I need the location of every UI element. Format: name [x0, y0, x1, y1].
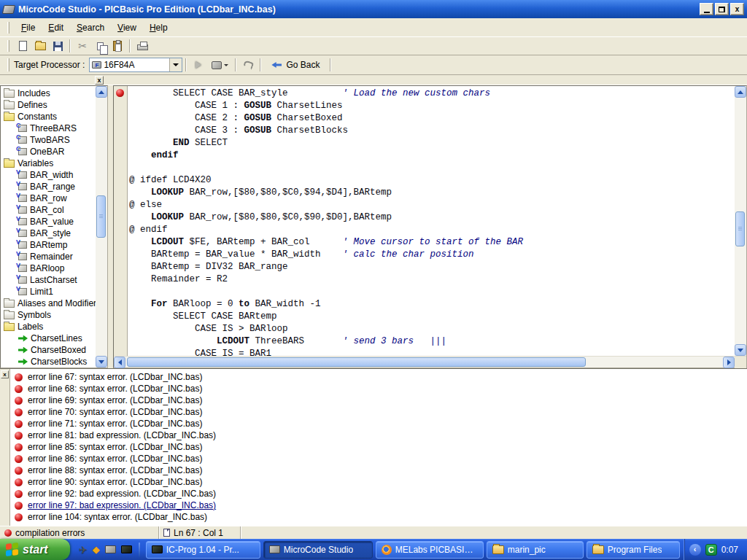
restore-button[interactable]: [715, 3, 729, 15]
toolbar-save-button[interactable]: [49, 38, 66, 54]
toolbar-new-button[interactable]: [14, 38, 31, 54]
minimize-button[interactable]: [700, 3, 713, 15]
error-row[interactable]: error line 97: bad expression. (LCDbar_I…: [15, 499, 747, 511]
scroll-up-button[interactable]: [735, 86, 746, 98]
error-row[interactable]: error line 90: syntax error. (LCDbar_INC…: [15, 476, 747, 488]
tree-item-bar-value[interactable]: BAR_value: [1, 216, 96, 228]
tree-item-bar-style[interactable]: BAR_style: [1, 228, 96, 239]
error-row[interactable]: error line 81: bad expression. (LCDbar_I…: [15, 429, 747, 441]
icd-button[interactable]: [239, 57, 257, 73]
tree-item-constants[interactable]: Constants: [1, 111, 96, 122]
tree-item-lastcharset[interactable]: LastCharset: [1, 274, 96, 286]
scroll-down-button[interactable]: [96, 356, 107, 368]
task-button-melabs-picbasic-[interactable]: MELabs PICBASIC...: [376, 541, 484, 559]
tree-item-aliases-and-modifiers[interactable]: Aliases and Modifiers: [1, 298, 96, 309]
tree-item-twobars[interactable]: TwoBARS: [1, 134, 96, 146]
error-row[interactable]: error line 88: syntax error. (LCDbar_INC…: [15, 464, 747, 476]
error-row[interactable]: error line 104: syntax error. (LCDbar_IN…: [15, 511, 747, 523]
task-button-microcode-studio[interactable]: MicroCode Studio: [263, 541, 373, 559]
tree-item-bartemp[interactable]: BARtemp: [1, 239, 96, 251]
tree-item-charsetboxed[interactable]: CharsetBoxed: [1, 344, 96, 356]
chevron-up-icon: [738, 90, 743, 94]
compile-program-button[interactable]: [207, 57, 232, 73]
error-row[interactable]: error line 69: syntax error. (LCDbar_INC…: [15, 394, 747, 406]
tree-item-bar-range[interactable]: BAR_range: [1, 181, 96, 192]
flame-icon[interactable]: ◆: [93, 544, 100, 555]
chip-light-icon[interactable]: [105, 545, 116, 553]
tree-item-bar-col[interactable]: BAR_col: [1, 204, 96, 216]
tree-item-charsetlines[interactable]: CharsetLines: [1, 332, 96, 344]
error-marker-icon: [116, 89, 124, 97]
tree-item-labels[interactable]: Labels: [1, 321, 96, 332]
scrollbar-thumb[interactable]: [735, 211, 745, 246]
tree-item-bar-row[interactable]: BAR_row: [1, 192, 96, 204]
error-row[interactable]: error line 85: syntax error. (LCDbar_INC…: [15, 441, 747, 453]
error-bullet-icon: [15, 443, 23, 451]
scrollbar-thumb[interactable]: [96, 195, 106, 238]
toolbar-copy-button[interactable]: [91, 38, 109, 54]
toolbar-paste-button[interactable]: [109, 38, 126, 54]
scroll-left-button[interactable]: [114, 357, 125, 368]
chevron-left-icon: [118, 359, 122, 365]
tree-item-limit1[interactable]: Limit1: [1, 286, 96, 298]
menu-item-search[interactable]: Search: [71, 20, 110, 35]
scrollbar-thumb[interactable]: [127, 357, 586, 367]
close-button[interactable]: x: [730, 3, 744, 15]
tree-item-bar-width[interactable]: BAR_width: [1, 169, 96, 181]
toolbar-open-button[interactable]: [31, 38, 49, 54]
code-text-area[interactable]: SELECT CASE BAR_style ' Load the new cus…: [128, 86, 735, 356]
tree-item-label: CharsetLines: [31, 333, 82, 343]
editor-vertical-scrollbar[interactable]: [735, 86, 746, 356]
tree-item-barloop[interactable]: BARloop: [1, 262, 96, 274]
task-button-program-files[interactable]: Program Files: [587, 541, 680, 559]
compile-button[interactable]: [190, 57, 207, 73]
error-panel-close-button[interactable]: x: [1, 370, 9, 378]
error-row[interactable]: error line 92: bad expression. (LCDbar_I…: [15, 488, 747, 499]
chip-dark-icon[interactable]: [121, 545, 132, 553]
tree-item-includes[interactable]: Includes: [1, 88, 96, 99]
error-list: error line 67: syntax error. (LCDbar_INC…: [10, 369, 747, 526]
scroll-up-button[interactable]: [96, 86, 107, 98]
scroll-down-button[interactable]: [735, 344, 746, 356]
error-bullet-icon: [15, 432, 23, 440]
combobox-dropdown-button[interactable]: [169, 58, 182, 71]
error-row[interactable]: error line 67: syntax error. (LCDbar_INC…: [15, 371, 747, 383]
error-row[interactable]: error line 70: syntax error. (LCDbar_INC…: [15, 406, 747, 418]
editor-horizontal-scrollbar[interactable]: [114, 356, 746, 368]
start-button[interactable]: start: [0, 539, 70, 560]
target-processor-value: 16F84A: [104, 60, 134, 70]
tree-item-charsetblocks[interactable]: CharsetBlocks: [1, 356, 96, 368]
tree-item-defines[interactable]: Defines: [1, 99, 96, 111]
sidebar-splitter[interactable]: [108, 85, 113, 368]
task-button-ic-prog-1-04-pr-[interactable]: IC-Prog 1.04 - Pr...: [146, 541, 260, 559]
toolbar-cut-button[interactable]: ✂: [74, 38, 91, 54]
label-arrow-icon: [18, 347, 28, 354]
variable-icon: [18, 218, 27, 225]
error-row[interactable]: error line 86: syntax error. (LCDbar_INC…: [15, 453, 747, 464]
tree-item-threebars[interactable]: ThreeBARS: [1, 122, 96, 134]
plane-icon[interactable]: ✈: [79, 544, 88, 556]
tree-item-remainder[interactable]: Remainder: [1, 251, 96, 262]
go-back-button[interactable]: Go Back: [264, 60, 327, 70]
error-row[interactable]: error line 68: syntax error. (LCDbar_INC…: [15, 383, 747, 394]
processor-toolbar: Target Processor : F 16F84A Go Back: [0, 55, 747, 75]
tree-item-label: BAR_range: [30, 182, 75, 192]
tree-item-onebar[interactable]: OneBAR: [1, 146, 96, 158]
error-row[interactable]: error line 71: syntax error. (LCDbar_INC…: [15, 418, 747, 429]
sidebar-scrollbar[interactable]: [96, 86, 107, 368]
menu-item-edit[interactable]: Edit: [42, 20, 69, 35]
menu-item-help[interactable]: Help: [144, 20, 174, 35]
tray-expand-button[interactable]: ‹: [689, 544, 701, 556]
sidebar-close-button[interactable]: x: [95, 76, 104, 85]
tree-item-variables[interactable]: Variables: [1, 158, 96, 169]
tray-app-icon[interactable]: C: [705, 544, 717, 556]
menu-item-file[interactable]: File: [15, 20, 41, 35]
code-line: CASE 2 : GOSUB CharsetBoxed: [129, 112, 735, 125]
target-processor-combobox[interactable]: F 16F84A: [89, 58, 182, 72]
task-button-marin-pic[interactable]: marin_pic: [487, 541, 584, 559]
panel-header-strip: x: [0, 75, 747, 85]
scroll-right-button[interactable]: [723, 357, 735, 368]
tree-item-symbols[interactable]: Symbols: [1, 309, 96, 321]
toolbar-print-button[interactable]: [133, 38, 151, 54]
menu-item-view[interactable]: View: [112, 20, 142, 35]
